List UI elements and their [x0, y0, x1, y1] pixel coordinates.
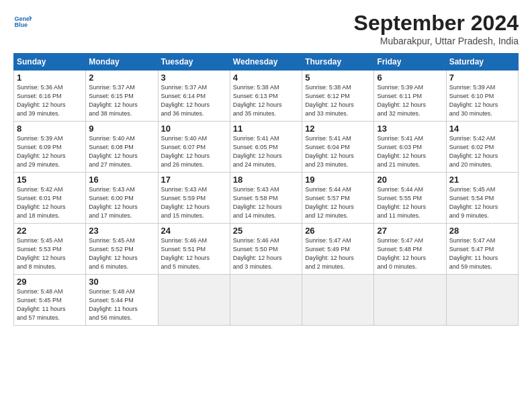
day-number: 22	[17, 226, 83, 236]
day-number: 16	[89, 175, 154, 185]
calendar-cell: 16Sunrise: 5:43 AMSunset: 6:00 PMDayligh…	[86, 173, 158, 224]
day-info: Sunrise: 5:43 AMSunset: 5:59 PMDaylight:…	[161, 185, 227, 220]
calendar-cell	[230, 275, 302, 326]
day-number: 26	[305, 226, 371, 236]
calendar-table: SundayMondayTuesdayWednesdayThursdayFrid…	[13, 53, 519, 326]
calendar-cell: 1Sunrise: 5:36 AMSunset: 6:16 PMDaylight…	[14, 71, 86, 122]
calendar-cell: 5Sunrise: 5:38 AMSunset: 6:12 PMDaylight…	[302, 71, 374, 122]
calendar-week-0: 1Sunrise: 5:36 AMSunset: 6:16 PMDaylight…	[14, 71, 519, 122]
calendar-cell	[374, 275, 446, 326]
calendar-cell: 23Sunrise: 5:45 AMSunset: 5:52 PMDayligh…	[86, 224, 158, 275]
calendar-cell: 11Sunrise: 5:41 AMSunset: 6:05 PMDayligh…	[230, 122, 302, 173]
page-header: General Blue September 2024 Mubarakpur, …	[13, 11, 519, 46]
day-info: Sunrise: 5:46 AMSunset: 5:51 PMDaylight:…	[161, 236, 227, 271]
day-number: 15	[17, 175, 83, 185]
day-info: Sunrise: 5:39 AMSunset: 6:09 PMDaylight:…	[17, 134, 83, 169]
day-info: Sunrise: 5:47 AMSunset: 5:48 PMDaylight:…	[377, 236, 443, 271]
logo-icon: General Blue	[13, 11, 32, 30]
calendar-cell: 25Sunrise: 5:46 AMSunset: 5:50 PMDayligh…	[230, 224, 302, 275]
calendar-cell: 30Sunrise: 5:48 AMSunset: 5:44 PMDayligh…	[86, 275, 158, 326]
day-number: 13	[377, 124, 443, 134]
day-number: 14	[449, 124, 515, 134]
title-block: September 2024 Mubarakpur, Uttar Pradesh…	[354, 11, 519, 46]
day-number: 2	[89, 73, 154, 83]
day-number: 30	[89, 277, 154, 287]
calendar-cell: 9Sunrise: 5:40 AMSunset: 6:08 PMDaylight…	[86, 122, 158, 173]
calendar-week-4: 29Sunrise: 5:48 AMSunset: 5:45 PMDayligh…	[14, 275, 519, 326]
calendar-week-1: 8Sunrise: 5:39 AMSunset: 6:09 PMDaylight…	[14, 122, 519, 173]
day-info: Sunrise: 5:40 AMSunset: 6:08 PMDaylight:…	[89, 134, 154, 169]
day-info: Sunrise: 5:45 AMSunset: 5:52 PMDaylight:…	[89, 236, 154, 271]
calendar-cell: 18Sunrise: 5:43 AMSunset: 5:58 PMDayligh…	[230, 173, 302, 224]
col-header-friday: Friday	[374, 54, 446, 71]
calendar-cell: 12Sunrise: 5:41 AMSunset: 6:04 PMDayligh…	[302, 122, 374, 173]
day-number: 24	[161, 226, 227, 236]
day-number: 28	[449, 226, 515, 236]
day-info: Sunrise: 5:40 AMSunset: 6:07 PMDaylight:…	[161, 134, 227, 169]
day-number: 12	[305, 124, 371, 134]
day-info: Sunrise: 5:41 AMSunset: 6:03 PMDaylight:…	[377, 134, 443, 169]
calendar-cell: 7Sunrise: 5:39 AMSunset: 6:10 PMDaylight…	[446, 71, 518, 122]
day-info: Sunrise: 5:38 AMSunset: 6:13 PMDaylight:…	[233, 83, 299, 118]
day-info: Sunrise: 5:42 AMSunset: 6:02 PMDaylight:…	[449, 134, 515, 169]
day-info: Sunrise: 5:37 AMSunset: 6:14 PMDaylight:…	[161, 83, 227, 118]
calendar-cell: 14Sunrise: 5:42 AMSunset: 6:02 PMDayligh…	[446, 122, 518, 173]
calendar-cell: 27Sunrise: 5:47 AMSunset: 5:48 PMDayligh…	[374, 224, 446, 275]
logo: General Blue	[13, 11, 32, 30]
day-number: 17	[161, 175, 227, 185]
day-number: 4	[233, 73, 299, 83]
col-header-wednesday: Wednesday	[230, 54, 302, 71]
day-info: Sunrise: 5:43 AMSunset: 5:58 PMDaylight:…	[233, 185, 299, 220]
calendar-cell: 24Sunrise: 5:46 AMSunset: 5:51 PMDayligh…	[158, 224, 230, 275]
day-number: 1	[17, 73, 83, 83]
calendar-cell: 28Sunrise: 5:47 AMSunset: 5:47 PMDayligh…	[446, 224, 518, 275]
day-number: 10	[161, 124, 227, 134]
calendar-cell: 19Sunrise: 5:44 AMSunset: 5:57 PMDayligh…	[302, 173, 374, 224]
calendar-cell: 3Sunrise: 5:37 AMSunset: 6:14 PMDaylight…	[158, 71, 230, 122]
day-info: Sunrise: 5:37 AMSunset: 6:15 PMDaylight:…	[89, 83, 154, 118]
day-number: 5	[305, 73, 371, 83]
day-info: Sunrise: 5:44 AMSunset: 5:55 PMDaylight:…	[377, 185, 443, 220]
calendar-cell: 2Sunrise: 5:37 AMSunset: 6:15 PMDaylight…	[86, 71, 158, 122]
day-info: Sunrise: 5:48 AMSunset: 5:45 PMDaylight:…	[17, 287, 83, 322]
col-header-monday: Monday	[86, 54, 158, 71]
calendar-cell	[158, 275, 230, 326]
day-info: Sunrise: 5:43 AMSunset: 6:00 PMDaylight:…	[89, 185, 154, 220]
day-number: 11	[233, 124, 299, 134]
day-number: 7	[449, 73, 515, 83]
day-info: Sunrise: 5:39 AMSunset: 6:11 PMDaylight:…	[377, 83, 443, 118]
day-number: 19	[305, 175, 371, 185]
day-info: Sunrise: 5:45 AMSunset: 5:54 PMDaylight:…	[449, 185, 515, 220]
calendar-cell: 10Sunrise: 5:40 AMSunset: 6:07 PMDayligh…	[158, 122, 230, 173]
calendar-cell: 17Sunrise: 5:43 AMSunset: 5:59 PMDayligh…	[158, 173, 230, 224]
day-number: 25	[233, 226, 299, 236]
day-info: Sunrise: 5:41 AMSunset: 6:04 PMDaylight:…	[305, 134, 371, 169]
day-info: Sunrise: 5:42 AMSunset: 6:01 PMDaylight:…	[17, 185, 83, 220]
svg-text:Blue: Blue	[14, 21, 28, 28]
day-info: Sunrise: 5:41 AMSunset: 6:05 PMDaylight:…	[233, 134, 299, 169]
calendar-cell: 8Sunrise: 5:39 AMSunset: 6:09 PMDaylight…	[14, 122, 86, 173]
day-number: 21	[449, 175, 515, 185]
col-header-tuesday: Tuesday	[158, 54, 230, 71]
calendar-cell: 29Sunrise: 5:48 AMSunset: 5:45 PMDayligh…	[14, 275, 86, 326]
day-info: Sunrise: 5:46 AMSunset: 5:50 PMDaylight:…	[233, 236, 299, 271]
day-number: 8	[17, 124, 83, 134]
calendar-cell: 26Sunrise: 5:47 AMSunset: 5:49 PMDayligh…	[302, 224, 374, 275]
day-number: 20	[377, 175, 443, 185]
day-number: 18	[233, 175, 299, 185]
day-number: 27	[377, 226, 443, 236]
col-header-thursday: Thursday	[302, 54, 374, 71]
day-info: Sunrise: 5:47 AMSunset: 5:47 PMDaylight:…	[449, 236, 515, 271]
calendar-cell: 15Sunrise: 5:42 AMSunset: 6:01 PMDayligh…	[14, 173, 86, 224]
month-title: September 2024	[354, 11, 519, 36]
calendar-cell	[446, 275, 518, 326]
day-info: Sunrise: 5:38 AMSunset: 6:12 PMDaylight:…	[305, 83, 371, 118]
day-info: Sunrise: 5:44 AMSunset: 5:57 PMDaylight:…	[305, 185, 371, 220]
day-number: 23	[89, 226, 154, 236]
calendar-cell: 4Sunrise: 5:38 AMSunset: 6:13 PMDaylight…	[230, 71, 302, 122]
day-number: 29	[17, 277, 83, 287]
calendar-cell: 13Sunrise: 5:41 AMSunset: 6:03 PMDayligh…	[374, 122, 446, 173]
day-number: 6	[377, 73, 443, 83]
col-header-saturday: Saturday	[446, 54, 518, 71]
calendar-cell: 20Sunrise: 5:44 AMSunset: 5:55 PMDayligh…	[374, 173, 446, 224]
